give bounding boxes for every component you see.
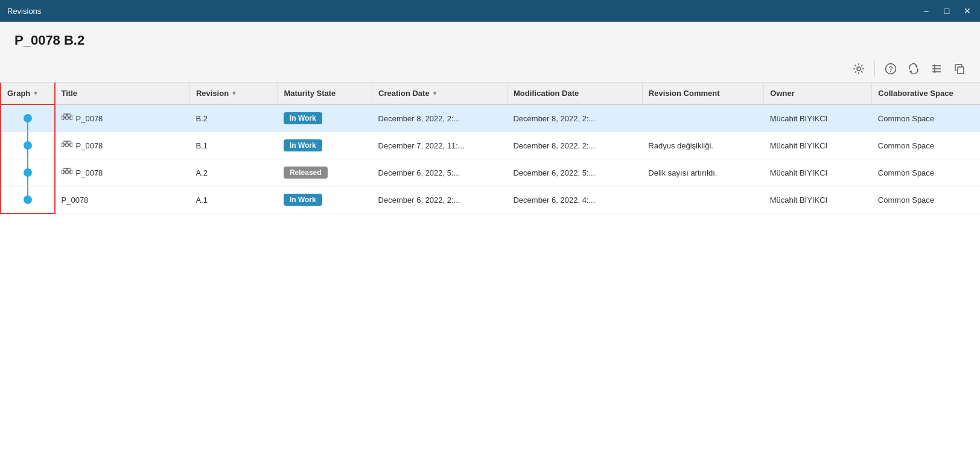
- maturity-badge: Released: [284, 167, 328, 179]
- maturity-badge: In Work: [284, 194, 322, 206]
- space-cell: Common Space: [872, 159, 980, 186]
- graph-cell: [1, 104, 55, 132]
- creation-sort-icon: ▼: [432, 90, 438, 97]
- owner-cell: Mücahit BIYIKCI: [764, 132, 872, 159]
- owner-cell: Mücahit BIYIKCI: [764, 186, 872, 214]
- revision-cell: B.2: [189, 104, 278, 132]
- owner-cell: Mücahit BIYIKCI: [764, 104, 872, 132]
- creation-date-cell: December 6, 2022, 5:...: [372, 159, 508, 186]
- creation-date-cell: December 6, 2022, 2:...: [372, 186, 508, 214]
- part-icon: [62, 141, 72, 151]
- window-title: Revisions: [7, 7, 41, 16]
- creation-date-cell: December 8, 2022, 2:...: [372, 104, 508, 132]
- col-header-graph[interactable]: Graph ▼: [1, 83, 55, 104]
- graph-cell: [1, 132, 55, 159]
- svg-text:?: ?: [889, 65, 893, 74]
- svg-rect-12: [66, 116, 68, 119]
- comment-cell: Delik sayısı artırıldı.: [642, 159, 763, 186]
- graph-cell: [1, 159, 55, 186]
- maturity-cell: In Work: [278, 104, 372, 132]
- modification-date-cell: December 6, 2022, 5:...: [507, 159, 642, 186]
- comment-cell: Radyus değişikliği.: [642, 132, 763, 159]
- graph-dot-0: [1, 105, 54, 132]
- toolbar-separator: [874, 62, 875, 76]
- svg-rect-14: [70, 116, 72, 119]
- maturity-badge: In Work: [284, 139, 322, 151]
- title-bar-controls: – □ ✕: [921, 5, 973, 16]
- maximize-button[interactable]: □: [941, 5, 952, 16]
- list-view-button[interactable]: [927, 59, 946, 78]
- graph-dot-3: [1, 186, 54, 213]
- maturity-cell: In Work: [278, 132, 372, 159]
- col-header-title: Title: [55, 83, 190, 104]
- svg-rect-22: [66, 143, 68, 147]
- toolbar: ?: [0, 56, 980, 83]
- graph-timeline-svg-3: [10, 186, 46, 213]
- table-row[interactable]: P_0078A.1In WorkDecember 6, 2022, 2:...D…: [1, 186, 980, 214]
- revision-cell: A.1: [189, 186, 278, 214]
- col-header-comment: Revision Comment: [642, 83, 763, 104]
- graph-timeline-svg-2: [10, 159, 46, 186]
- svg-point-29: [24, 168, 32, 177]
- revision-cell: B.1: [189, 132, 278, 159]
- owner-cell: Mücahit BIYIKCI: [764, 159, 872, 186]
- page-title: P_0078 B.2: [0, 22, 980, 56]
- title-text: P_0078: [62, 195, 89, 205]
- modification-date-cell: December 6, 2022, 4:...: [507, 186, 642, 214]
- graph-dot-1: [1, 132, 54, 159]
- col-header-revision[interactable]: Revision ▼: [189, 83, 278, 104]
- graph-sort-icon: ▼: [33, 90, 39, 97]
- title-bar: Revisions – □ ✕: [0, 0, 980, 22]
- space-cell: Common Space: [872, 186, 980, 214]
- title-text: P_0078: [76, 168, 103, 177]
- maturity-cell: Released: [278, 159, 372, 186]
- modification-date-cell: December 8, 2022, 2:...: [507, 132, 642, 159]
- svg-point-38: [24, 195, 32, 204]
- part-icon: [62, 168, 72, 178]
- svg-point-9: [24, 114, 32, 122]
- comment-cell: [642, 186, 763, 214]
- space-cell: Common Space: [872, 132, 980, 159]
- window-body: P_0078 B.2 ?: [0, 22, 980, 464]
- title-cell: P_0078: [55, 186, 190, 214]
- svg-rect-34: [70, 170, 72, 174]
- graph-cell: [1, 186, 55, 214]
- graph-timeline-svg-1: [10, 132, 46, 159]
- svg-rect-20: [62, 143, 64, 147]
- revisions-table: Graph ▼ Title Revision ▼ Matu: [0, 83, 980, 214]
- table-header-row: Graph ▼ Title Revision ▼ Matu: [1, 83, 980, 104]
- svg-point-19: [24, 141, 32, 150]
- maturity-badge: In Work: [284, 112, 322, 124]
- svg-rect-24: [70, 143, 72, 147]
- table-row[interactable]: P_0078A.2ReleasedDecember 6, 2022, 5:...…: [1, 159, 980, 186]
- settings-button[interactable]: [849, 59, 868, 78]
- minimize-button[interactable]: –: [921, 5, 932, 16]
- table-container[interactable]: Graph ▼ Title Revision ▼ Matu: [0, 83, 980, 464]
- revision-cell: A.2: [189, 159, 278, 186]
- help-button[interactable]: ?: [881, 59, 900, 78]
- svg-rect-10: [62, 116, 64, 119]
- title-cell: P_0078: [55, 104, 190, 132]
- title-text: P_0078: [76, 114, 103, 123]
- col-header-maturity: Maturity State: [278, 83, 372, 104]
- graph-timeline-svg-0: [10, 105, 46, 132]
- title-text: P_0078: [76, 141, 103, 150]
- space-cell: Common Space: [872, 104, 980, 132]
- comment-cell: [642, 104, 763, 132]
- col-header-space: Collaborative Space: [872, 83, 980, 104]
- close-button[interactable]: ✕: [962, 5, 973, 16]
- refresh-button[interactable]: [904, 59, 923, 78]
- col-header-creation[interactable]: Creation Date ▼: [372, 83, 508, 104]
- svg-point-0: [857, 67, 861, 71]
- svg-rect-30: [62, 170, 64, 174]
- modification-date-cell: December 8, 2022, 2:...: [507, 104, 642, 132]
- table-row[interactable]: P_0078B.1In WorkDecember 7, 2022, 11:...…: [1, 132, 980, 159]
- graph-dot-2: [1, 159, 54, 186]
- creation-date-cell: December 7, 2022, 11:...: [372, 132, 508, 159]
- part-icon: [62, 113, 72, 124]
- copy-button[interactable]: [950, 59, 969, 78]
- revision-sort-icon: ▼: [231, 90, 237, 97]
- col-header-modification: Modification Date: [507, 83, 642, 104]
- maturity-cell: In Work: [278, 186, 372, 214]
- table-row[interactable]: P_0078B.2In WorkDecember 8, 2022, 2:...D…: [1, 104, 980, 132]
